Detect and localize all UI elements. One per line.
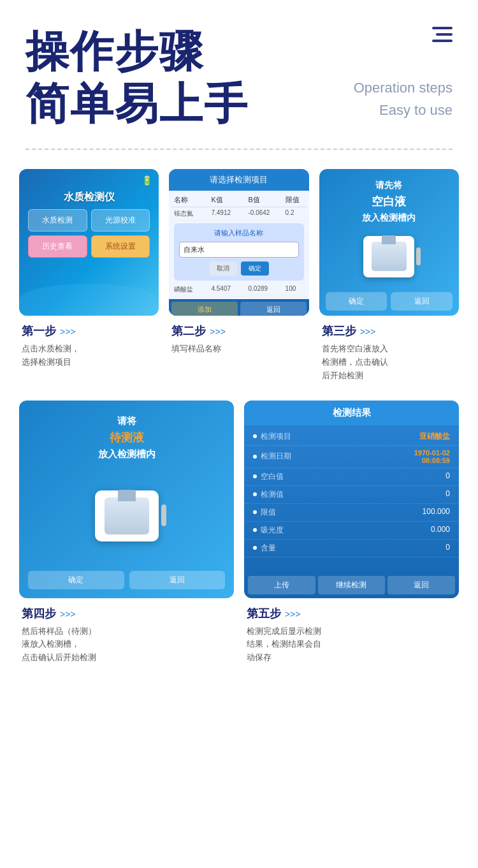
steps-row-1: 🔋 水质检测仪 水质检测 光源校准 历史查看 系统设置 第一步 >>> 点击水质… <box>0 169 478 387</box>
back-btn[interactable]: 返回 <box>240 302 307 316</box>
step-1-arrow: >>> <box>60 327 76 337</box>
step-4-screen: 请将 待测液 放入检测槽内 确定 返回 <box>19 401 234 598</box>
result-row-1: 检测日期 1970-01-0208:08:59 <box>244 446 459 468</box>
menu-icon[interactable] <box>432 26 453 48</box>
modal-cancel-btn[interactable]: 取消 <box>209 261 237 276</box>
result-row-5: 吸光度 0.000 <box>244 522 459 540</box>
sample-name-input[interactable]: 自来水 <box>179 242 298 258</box>
step-1-screen: 🔋 水质检测仪 水质检测 光源校准 历史查看 系统设置 <box>19 169 159 316</box>
modal-title: 请输入样品名称 <box>179 228 298 238</box>
step-2-card: 请选择检测项目 名称 K值 B值 限值 铵态氮 7.4912 -0.0642 0… <box>169 169 308 387</box>
device-mockup-4 <box>95 490 159 541</box>
step-4-label: 第四步 <box>22 606 56 621</box>
sample-name-modal: 请输入样品名称 自来水 取消 确定 <box>174 223 303 281</box>
steps-row-2: 请将 待测液 放入检测槽内 确定 返回 第四步 >>> <box>0 401 478 670</box>
step3-back-btn[interactable]: 返回 <box>391 292 453 311</box>
step-1-desc: 点击水质检测，选择检测项目 <box>22 342 156 369</box>
step4-text: 请将 待测液 放入检测槽内 <box>98 413 156 462</box>
step-4-arrow: >>> <box>60 609 76 619</box>
battery-icon: 🔋 <box>141 175 152 186</box>
result-row-2: 空白值 0 <box>244 468 459 486</box>
step-5-arrow: >>> <box>285 609 301 619</box>
step-2-screen: 请选择检测项目 名称 K值 B值 限值 铵态氮 7.4912 -0.0642 0… <box>169 169 308 316</box>
step-1-label: 第一步 <box>22 323 56 339</box>
step3-confirm-btn[interactable]: 确定 <box>326 292 387 311</box>
result-row-0: 检测项目 亚硝酸盐 <box>244 428 459 446</box>
header-section: 操作步骤 简单易上手 Operation steps Easy to use <box>0 0 478 129</box>
step-1-card: 🔋 水质检测仪 水质检测 光源校准 历史查看 系统设置 第一步 >>> 点击水质… <box>19 169 159 387</box>
step-3-screen: 请先将 空白液 放入检测槽内 确定 返回 <box>319 169 459 316</box>
step-5-info: 第五步 >>> 检测完成后显示检测结果，检测结果会自动保存 <box>244 598 459 670</box>
table-row-1: 铵态氮 7.4912 -0.0642 0.2 <box>171 207 306 221</box>
result-row-6: 含量 0 <box>244 540 459 557</box>
step-1-info: 第一步 >>> 点击水质检测，选择检测项目 <box>19 316 159 374</box>
continue-btn[interactable]: 继续检测 <box>318 576 386 594</box>
step-5-card: 检测结果 检测项目 亚硝酸盐 检测日期 1970-01-0208:08:59 空… <box>244 401 459 670</box>
step-5-desc: 检测完成后显示检测结果，检测结果会自动保存 <box>247 625 456 665</box>
result-row-3: 检测值 0 <box>244 486 459 504</box>
table-header: 名称 K值 B值 限值 <box>171 193 306 207</box>
step-2-arrow: >>> <box>210 327 226 337</box>
step-2-label: 第二步 <box>171 323 206 339</box>
water-check-btn[interactable]: 水质检测 <box>28 209 87 232</box>
page-subtitle-en: Operation steps Easy to use <box>354 77 453 121</box>
light-calibrate-btn[interactable]: 光源校准 <box>91 209 150 232</box>
step-4-desc: 然后将样品（待测）液放入检测槽，点击确认后开始检测 <box>22 625 231 665</box>
step-2-desc: 填写样品名称 <box>171 342 306 356</box>
step-3-arrow: >>> <box>360 327 376 337</box>
svg-rect-0 <box>432 27 453 29</box>
add-btn[interactable]: 添加 <box>171 302 238 316</box>
step-5-label: 第五步 <box>247 606 281 621</box>
step-3-card: 请先将 空白液 放入检测槽内 确定 返回 <box>319 169 459 387</box>
step4-confirm-btn[interactable]: 确定 <box>28 571 124 589</box>
result-row-4: 限值 100.000 <box>244 504 459 522</box>
svg-rect-2 <box>432 40 453 42</box>
step1-device-title: 水质检测仪 <box>64 191 115 204</box>
modal-confirm-btn[interactable]: 确定 <box>241 261 269 276</box>
step2-footer: 添加 返回 <box>169 299 308 316</box>
device-mockup <box>363 236 414 277</box>
step5-footer: 上传 继续检测 返回 <box>244 572 459 598</box>
settings-btn[interactable]: 系统设置 <box>91 235 150 258</box>
water-ripple <box>19 284 159 316</box>
svg-rect-1 <box>436 33 453 36</box>
table-row-2: 磷酸盐 4.5407 0.0289 100 <box>171 283 306 297</box>
section-divider <box>25 149 453 150</box>
step5-header: 检测结果 <box>244 401 459 425</box>
step-5-screen: 检测结果 检测项目 亚硝酸盐 检测日期 1970-01-0208:08:59 空… <box>244 401 459 598</box>
upload-btn[interactable]: 上传 <box>248 576 315 594</box>
step2-header: 请选择检测项目 <box>169 169 308 191</box>
step-4-info: 第四步 >>> 然后将样品（待测）液放入检测槽，点击确认后开始检测 <box>19 598 234 670</box>
step-3-desc: 首先将空白液放入检测槽，点击确认后开始检测 <box>322 342 456 382</box>
step4-back-btn[interactable]: 返回 <box>129 571 226 589</box>
step-2-info: 第二步 >>> 填写样品名称 <box>169 316 308 361</box>
step-4-card: 请将 待测液 放入检测槽内 确定 返回 第四步 >>> <box>19 401 234 670</box>
history-btn[interactable]: 历史查看 <box>28 235 87 258</box>
step-3-label: 第三步 <box>322 323 356 339</box>
step3-text: 请先将 空白液 放入检测槽内 <box>362 178 416 225</box>
step-3-info: 第三步 >>> 首先将空白液放入检测槽，点击确认后开始检测 <box>319 316 459 387</box>
back-btn-5[interactable]: 返回 <box>387 576 455 594</box>
